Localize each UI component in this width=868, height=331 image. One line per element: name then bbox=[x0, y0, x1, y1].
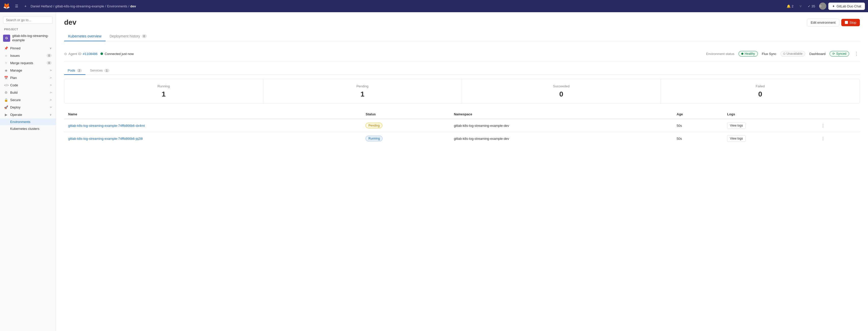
agent-label: Agent ID bbox=[68, 52, 82, 56]
agent-icon: ⊙ bbox=[64, 52, 67, 56]
sidebar-item-secure[interactable]: 🔒 Secure > bbox=[0, 96, 56, 104]
stat-pending-label: Pending bbox=[270, 84, 456, 88]
sidebar-item-label: Plan bbox=[10, 76, 17, 80]
stop-button[interactable]: Stop bbox=[841, 19, 860, 26]
tab-kubernetes-overview[interactable]: Kubernetes overview bbox=[64, 32, 105, 41]
breadcrumb-project[interactable]: gitlab-k8s-log-streaming-example bbox=[55, 4, 104, 8]
sidebar-item-issues[interactable]: ○ Issues 0 bbox=[0, 52, 56, 59]
breadcrumb-current: dev bbox=[130, 4, 136, 8]
page-title: dev bbox=[64, 18, 76, 26]
col-actions bbox=[817, 110, 860, 119]
sidebar-search-container bbox=[0, 14, 56, 26]
pin-icon: 📌 bbox=[4, 46, 8, 50]
sidebar-item-pinned[interactable]: 📌 Pinned ∨ bbox=[0, 45, 56, 52]
duo-chat-icon: ✦ bbox=[832, 4, 835, 8]
status-badge-1: Running bbox=[366, 136, 382, 141]
stat-running-label: Running bbox=[70, 84, 257, 88]
pods-count-badge: 2 bbox=[77, 69, 82, 72]
build-icon: ⚙ bbox=[4, 91, 8, 94]
plan-icon: 📅 bbox=[4, 76, 8, 80]
pod-namespace-1: gitlab-k8s-log-streaming-example-dev bbox=[450, 132, 673, 145]
col-status: Status bbox=[362, 110, 450, 119]
search-input[interactable] bbox=[3, 16, 53, 24]
status-bar-left: ⊙ Agent ID #1108486 Connected just now bbox=[64, 52, 701, 56]
sidebar-item-label: Deploy bbox=[10, 105, 20, 109]
row-more-button-0[interactable]: ⋮ bbox=[821, 123, 825, 128]
sidebar-item-plan[interactable]: 📅 Plan > bbox=[0, 74, 56, 81]
manage-icon: ◈ bbox=[4, 68, 8, 72]
breadcrumb-environments[interactable]: Environments bbox=[107, 4, 127, 8]
breadcrumb-user[interactable]: Daniel Helfand bbox=[31, 4, 52, 8]
duo-chat-button[interactable]: ✦ GitLab Duo Chat bbox=[828, 3, 865, 10]
deploy-icon: 🚀 bbox=[4, 105, 8, 109]
issues-badge: 0 bbox=[46, 54, 52, 57]
stats-row: Running 1 Pending 1 Succeeded 0 Failed 0 bbox=[64, 79, 860, 104]
tab-deployment-history[interactable]: Deployment history 0 bbox=[105, 32, 151, 41]
chevron-right-icon: > bbox=[50, 76, 52, 79]
col-namespace: Namespace bbox=[450, 110, 673, 119]
col-age: Age bbox=[673, 110, 723, 119]
sidebar-item-label: Secure bbox=[10, 98, 21, 102]
user-avatar-button[interactable]: D bbox=[819, 3, 826, 10]
chevron-right-icon: > bbox=[50, 106, 52, 109]
notification-count-button[interactable]: 🔔 2 bbox=[784, 3, 796, 9]
sidebar-item-merge-requests[interactable]: ⑂ Merge requests 0 bbox=[0, 59, 56, 67]
stop-icon bbox=[845, 21, 848, 24]
operate-icon: ▶ bbox=[4, 113, 8, 117]
add-new-button[interactable]: + bbox=[22, 3, 29, 9]
services-count-badge: 1 bbox=[104, 69, 110, 72]
more-options-button[interactable]: ⋮ bbox=[853, 50, 860, 58]
merge-requests-badge: 0 bbox=[46, 61, 52, 65]
page-actions: Edit environment Stop bbox=[807, 19, 860, 26]
sidebar-toggle-button[interactable]: ☰ bbox=[13, 3, 20, 9]
breadcrumb: Daniel Helfand / gitlab-k8s-log-streamin… bbox=[31, 4, 136, 8]
flux-sync-label: Flux Sync bbox=[762, 52, 776, 56]
chevron-down-icon: ∨ bbox=[50, 47, 52, 50]
col-logs: Logs bbox=[723, 110, 817, 119]
pod-name-link-1[interactable]: gitlab-k8s-log-streaming-example-74ffb86… bbox=[68, 137, 143, 141]
sidebar-project: G gitlab-k8s-log-streaming-example bbox=[0, 32, 56, 45]
stat-pending-value: 1 bbox=[270, 90, 456, 98]
agent-info: ⊙ Agent ID #1108486 bbox=[64, 52, 97, 56]
sidebar-item-operate[interactable]: ▶ Operate ∨ bbox=[0, 111, 56, 118]
pod-namespace-0: gitlab-k8s-log-streaming-example-dev bbox=[450, 119, 673, 132]
sub-tab-services[interactable]: Services 1 bbox=[87, 66, 113, 75]
stat-card-running: Running 1 bbox=[64, 79, 263, 103]
todos-button[interactable]: ✓ 35 bbox=[806, 3, 817, 9]
row-actions-1: View logs bbox=[727, 135, 813, 142]
edit-environment-button[interactable]: Edit environment bbox=[807, 19, 839, 26]
sidebar: Project G gitlab-k8s-log-streaming-examp… bbox=[0, 12, 56, 331]
sidebar-item-environments-label: Environments bbox=[10, 120, 30, 124]
chevron-right-icon: > bbox=[50, 69, 52, 72]
merge-requests-button[interactable]: ⑂ bbox=[798, 3, 804, 9]
deployment-history-badge: 0 bbox=[142, 34, 147, 38]
stat-card-failed: Failed 0 bbox=[661, 79, 860, 103]
view-logs-button-0[interactable]: View logs bbox=[727, 122, 746, 129]
sidebar-item-code[interactable]: </> Code > bbox=[0, 81, 56, 89]
stat-failed-value: 0 bbox=[667, 90, 854, 98]
sidebar-item-deploy[interactable]: 🚀 Deploy > bbox=[0, 104, 56, 111]
connected-status: Connected just now bbox=[100, 52, 133, 56]
sidebar-item-environments[interactable]: Environments bbox=[0, 118, 56, 125]
sidebar-item-kubernetes-clusters[interactable]: Kubernetes clusters bbox=[0, 125, 56, 132]
secure-icon: 🔒 bbox=[4, 98, 8, 102]
connected-dot-icon bbox=[100, 52, 103, 55]
code-icon: </> bbox=[4, 83, 8, 87]
main-content: dev Edit environment Stop Kubernetes ove… bbox=[56, 12, 868, 331]
sidebar-item-label: Code bbox=[10, 83, 18, 87]
sidebar-item-manage[interactable]: ◈ Manage > bbox=[0, 67, 56, 74]
issues-icon: ○ bbox=[4, 54, 8, 58]
env-status-label: Environment status bbox=[706, 52, 735, 56]
view-logs-button-1[interactable]: View logs bbox=[727, 135, 746, 142]
connected-text: Connected just now bbox=[104, 52, 133, 56]
agent-id-link[interactable]: #1108486 bbox=[83, 52, 98, 56]
sidebar-item-build[interactable]: ⚙ Build > bbox=[0, 89, 56, 96]
sidebar-item-label: Operate bbox=[10, 113, 22, 117]
pod-name-link-0[interactable]: gitlab-k8s-log-streaming-example-74ffb86… bbox=[68, 124, 145, 128]
sidebar-item-label: Issues bbox=[10, 54, 20, 58]
sub-tab-pods[interactable]: Pods 2 bbox=[64, 66, 86, 75]
merge-requests-icon: ⑂ bbox=[4, 61, 8, 65]
table-row: gitlab-k8s-log-streaming-example-74ffb86… bbox=[64, 119, 860, 132]
sidebar-item-label: Manage bbox=[10, 68, 22, 72]
row-more-button-1[interactable]: ⋮ bbox=[821, 136, 825, 141]
